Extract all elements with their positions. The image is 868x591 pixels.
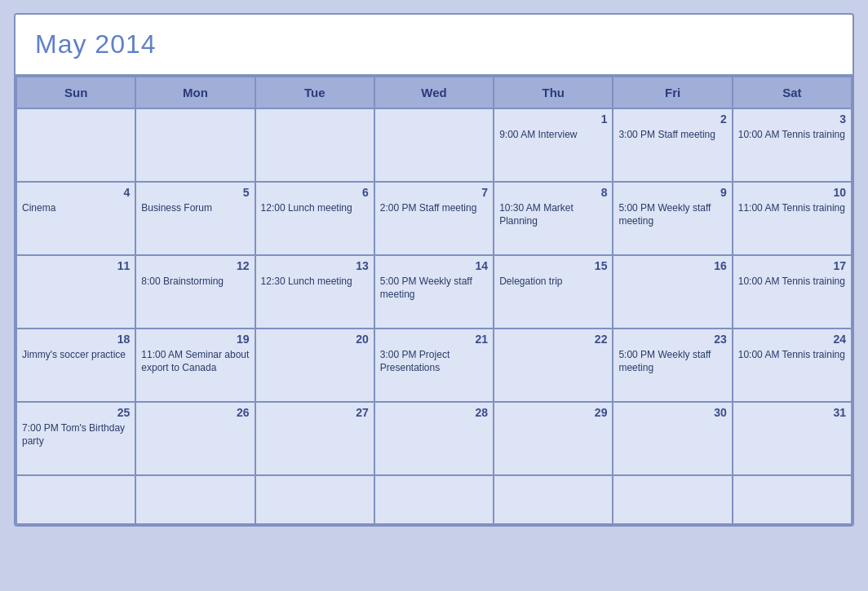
day-cell — [256, 109, 375, 183]
day-event: 9:00 AM Interview — [499, 129, 607, 142]
day-number: 2 — [618, 112, 726, 126]
day-header-fri: Fri — [613, 77, 733, 109]
day-cell[interactable]: 810:30 AM Market Planning — [494, 183, 613, 256]
day-header-thu: Thu — [494, 77, 613, 109]
day-cell[interactable]: 30 — [613, 403, 733, 476]
day-number: 30 — [618, 406, 726, 419]
day-cell[interactable]: 235:00 PM Weekly staff meeting — [613, 329, 733, 403]
day-cell[interactable]: 23:00 PM Staff meeting — [613, 109, 733, 183]
day-cell[interactable]: 31 — [733, 403, 852, 476]
day-number: 8 — [499, 186, 607, 199]
day-cell[interactable]: 5Business Forum — [136, 183, 255, 256]
day-number: 7 — [380, 186, 488, 199]
day-event: Jimmy's soccer practice — [22, 349, 130, 362]
day-cell[interactable]: 27 — [256, 403, 375, 476]
day-event: 10:30 AM Market Planning — [499, 202, 607, 227]
day-number: 24 — [738, 333, 846, 346]
day-cell — [136, 109, 255, 183]
day-event: Delegation trip — [499, 276, 607, 289]
day-number: 28 — [380, 406, 488, 419]
day-event: 11:00 AM Tennis training — [738, 202, 846, 215]
day-cell[interactable]: 95:00 PM Weekly staff meeting — [613, 183, 733, 256]
day-cell — [17, 109, 136, 183]
day-number: 1 — [499, 112, 607, 126]
day-number: 21 — [380, 333, 488, 346]
day-number: 13 — [261, 259, 369, 272]
day-event: 10:00 AM Tennis training — [738, 129, 846, 142]
day-number: 23 — [618, 333, 726, 346]
day-number: 3 — [738, 112, 846, 126]
day-cell — [17, 476, 136, 525]
day-number: 12 — [141, 259, 249, 272]
day-header-mon: Mon — [136, 77, 255, 109]
day-number: 25 — [22, 406, 130, 419]
day-cell[interactable]: 22 — [494, 329, 613, 403]
calendar: May 2014 SunMonTueWedThuFriSat19:00 AM I… — [14, 13, 854, 527]
day-cell — [494, 476, 613, 525]
day-cell — [375, 476, 494, 525]
day-header-sat: Sat — [733, 77, 852, 109]
day-cell — [375, 109, 494, 183]
calendar-title: May 2014 — [16, 15, 852, 76]
day-cell[interactable]: 26 — [136, 403, 255, 476]
day-cell[interactable]: 28 — [375, 403, 494, 476]
day-number: 29 — [499, 406, 607, 419]
day-header-tue: Tue — [256, 77, 375, 109]
day-number: 26 — [141, 406, 249, 419]
day-event: 10:00 AM Tennis training — [738, 276, 846, 289]
day-number: 4 — [22, 186, 130, 199]
day-cell[interactable]: 213:00 PM Project Presentations — [375, 329, 494, 403]
day-event: 5:00 PM Weekly staff meeting — [618, 202, 726, 227]
day-cell[interactable]: 128:00 Brainstorming — [136, 256, 255, 329]
day-cell — [613, 476, 733, 525]
day-number: 18 — [22, 333, 130, 346]
day-cell[interactable]: 19:00 AM Interview — [494, 109, 613, 183]
day-number: 16 — [618, 259, 726, 272]
day-number: 11 — [22, 259, 130, 272]
day-event: 3:00 PM Project Presentations — [380, 349, 488, 374]
day-cell[interactable]: 310:00 AM Tennis training — [733, 109, 852, 183]
day-number: 31 — [738, 406, 846, 419]
day-event: 5:00 PM Weekly staff meeting — [618, 349, 726, 374]
day-cell[interactable]: 612:00 Lunch meeting — [256, 183, 375, 256]
day-number: 17 — [738, 259, 846, 272]
day-cell[interactable]: 257:00 PM Tom's Birthday party — [17, 403, 136, 476]
day-cell[interactable]: 2410:00 AM Tennis training — [733, 329, 852, 403]
day-cell[interactable]: 145:00 PM Weekly staff meeting — [375, 256, 494, 329]
day-number: 6 — [261, 186, 369, 199]
day-cell[interactable]: 1011:00 AM Tennis training — [733, 183, 852, 256]
day-event: 2:00 PM Staff meeting — [380, 202, 488, 215]
day-cell[interactable]: 1710:00 AM Tennis training — [733, 256, 852, 329]
day-number: 5 — [141, 186, 249, 199]
calendar-grid: SunMonTueWedThuFriSat19:00 AM Interview2… — [16, 76, 852, 525]
day-event: 10:00 AM Tennis training — [738, 349, 846, 362]
day-header-sun: Sun — [17, 77, 136, 109]
day-cell[interactable]: 4Cinema — [17, 183, 136, 256]
day-event: 3:00 PM Staff meeting — [618, 129, 726, 142]
day-event: 8:00 Brainstorming — [141, 276, 249, 289]
day-event: 5:00 PM Weekly staff meeting — [380, 276, 488, 301]
day-number: 27 — [261, 406, 369, 419]
day-cell[interactable]: 1312:30 Lunch meeting — [256, 256, 375, 329]
day-cell[interactable]: 15Delegation trip — [494, 256, 613, 329]
day-cell — [136, 476, 255, 525]
day-cell[interactable]: 11 — [17, 256, 136, 329]
day-number: 22 — [499, 333, 607, 346]
day-cell[interactable]: 16 — [613, 256, 733, 329]
day-number: 15 — [499, 259, 607, 272]
day-number: 14 — [380, 259, 488, 272]
day-cell[interactable]: 18Jimmy's soccer practice — [17, 329, 136, 403]
day-event: 11:00 AM Seminar about export to Canada — [141, 349, 249, 374]
day-cell[interactable]: 20 — [256, 329, 375, 403]
day-number: 9 — [618, 186, 726, 199]
day-event: 12:30 Lunch meeting — [261, 276, 369, 289]
day-cell[interactable]: 1911:00 AM Seminar about export to Canad… — [136, 329, 255, 403]
day-cell[interactable]: 29 — [494, 403, 613, 476]
day-cell[interactable]: 72:00 PM Staff meeting — [375, 183, 494, 256]
day-event: Cinema — [22, 202, 130, 215]
day-number: 10 — [738, 186, 846, 199]
day-event: Business Forum — [141, 202, 249, 215]
day-event: 12:00 Lunch meeting — [261, 202, 369, 215]
day-header-wed: Wed — [375, 77, 494, 109]
day-cell — [733, 476, 852, 525]
